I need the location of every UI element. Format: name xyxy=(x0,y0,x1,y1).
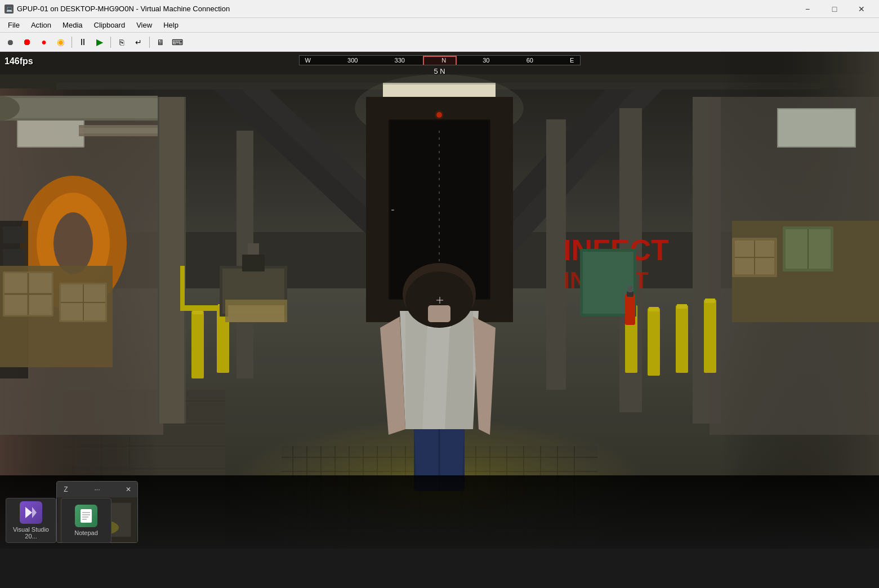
compass-heading: 5 N xyxy=(299,67,581,75)
toolbar-play-btn[interactable]: ▶ xyxy=(92,35,108,50)
maximize-button[interactable]: □ xyxy=(822,1,847,17)
menu-bar: File Action Media Clipboard View Help xyxy=(0,18,879,33)
notepad-icon-svg xyxy=(78,508,94,524)
toolbar-red2-btn[interactable]: ● xyxy=(36,35,52,50)
toolbar-sep-1 xyxy=(72,37,72,48)
window-icon: 💻 xyxy=(5,5,14,14)
toolbar-copy-btn[interactable]: ⎘ xyxy=(114,35,130,50)
vs-app-icon xyxy=(20,501,42,524)
toolbar-keyboard-btn[interactable]: ⌨ xyxy=(169,35,185,50)
svg-rect-154 xyxy=(81,509,92,523)
menu-media[interactable]: Media xyxy=(57,18,88,32)
vs-icon-svg xyxy=(23,505,39,520)
toolbar-pause-btn[interactable]: ⏸ xyxy=(75,35,91,50)
minimize-button[interactable]: − xyxy=(795,1,820,17)
minimized-window-close-btn[interactable]: ✕ xyxy=(123,484,134,495)
compass-bar: W 300 330 N 30 60 E // Draw tick marks xyxy=(299,55,581,65)
compass-indicator xyxy=(423,56,457,65)
notepad-app-icon xyxy=(75,505,97,527)
vs-app-label: Visual Studio 20... xyxy=(6,526,56,540)
taskbar-apps: Visual Studio 20... Notepad xyxy=(0,498,111,543)
window-title: GPUP-01 on DESKTOP-MHG9O0N - Virtual Mac… xyxy=(17,5,795,13)
toolbar-return-btn[interactable]: ↵ xyxy=(131,35,146,50)
taskbar-app-vs[interactable]: Visual Studio 20... xyxy=(6,498,56,543)
taskbar-app-notepad[interactable]: Notepad xyxy=(61,498,111,543)
crosshair xyxy=(439,299,441,301)
toolbar-record-btn[interactable]: ⏺ xyxy=(2,35,18,50)
notepad-app-label: Notepad xyxy=(74,529,98,536)
menu-view[interactable]: View xyxy=(131,18,158,32)
game-viewport[interactable]: INFECT INFECT xyxy=(0,52,879,549)
minimized-window-header: Z ··· ✕ xyxy=(57,482,137,497)
svg-marker-153 xyxy=(32,507,37,518)
menu-clipboard[interactable]: Clipboard xyxy=(88,18,131,32)
game-scene: INFECT INFECT xyxy=(0,52,879,549)
minimized-window-z-btn[interactable]: Z xyxy=(60,484,72,495)
toolbar-screen-btn[interactable]: 🖥 xyxy=(153,35,168,50)
title-bar: 💻 GPUP-01 on DESKTOP-MHG9O0N - Virtual M… xyxy=(0,0,879,18)
toolbar-sep-2 xyxy=(110,37,111,48)
toolbar: ⏺ ⏺ ● ◉ ⏸ ▶ ⎘ ↵ 🖥 ⌨ xyxy=(0,33,879,52)
svg-marker-152 xyxy=(25,507,32,518)
fps-counter: 146fps xyxy=(5,56,33,66)
compass: W 300 330 N 30 60 E // Draw tick marks 5… xyxy=(299,55,581,75)
toolbar-red-record-btn[interactable]: ⏺ xyxy=(19,35,35,50)
window-icon-char: 💻 xyxy=(6,6,12,12)
taskbar: Z ··· ✕ xyxy=(0,475,879,549)
menu-file[interactable]: File xyxy=(2,18,25,32)
menu-help[interactable]: Help xyxy=(158,18,184,32)
minimized-window-more-btn[interactable]: ··· xyxy=(92,484,103,495)
window-controls: − □ ✕ xyxy=(795,1,874,17)
toolbar-sep-3 xyxy=(149,37,150,48)
toolbar-orange-btn[interactable]: ◉ xyxy=(53,35,69,50)
close-button[interactable]: ✕ xyxy=(849,1,874,17)
menu-action[interactable]: Action xyxy=(25,18,57,32)
